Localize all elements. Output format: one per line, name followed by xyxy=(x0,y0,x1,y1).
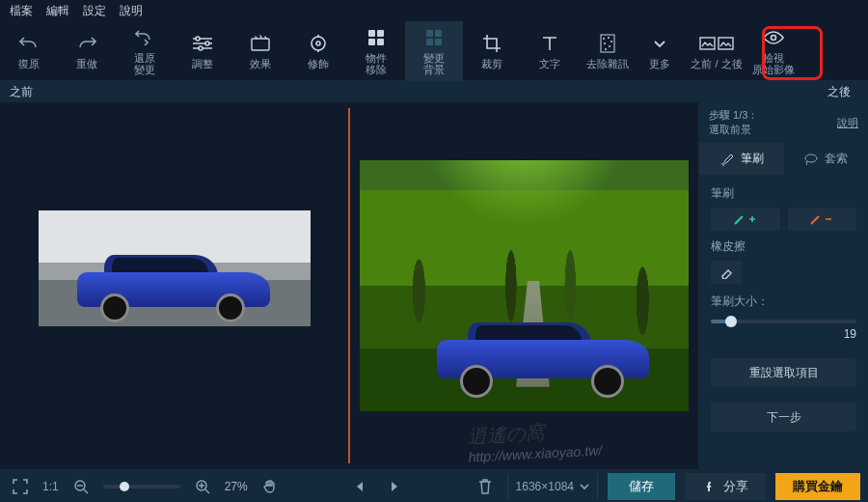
svg-point-23 xyxy=(772,35,776,40)
tab-lasso[interactable]: 套索 xyxy=(784,143,869,175)
lasso-icon xyxy=(803,153,819,166)
adjust-button[interactable]: 調整 xyxy=(174,21,231,81)
redo-icon xyxy=(77,33,96,54)
dimensions: 1636×1084 xyxy=(507,474,598,499)
buy-button[interactable]: 購買金鑰 xyxy=(775,473,860,500)
text-button[interactable]: 文字 xyxy=(521,21,579,81)
zoom-out-button[interactable] xyxy=(68,474,94,499)
hand-icon xyxy=(262,479,278,494)
delete-button[interactable] xyxy=(473,474,498,499)
next-icon xyxy=(390,481,399,492)
brush-section: 筆刷 橡皮擦 筆刷大小： 19 xyxy=(699,176,868,350)
undo-button[interactable]: 復原 xyxy=(0,21,58,81)
menu-help[interactable]: 說明 xyxy=(120,3,143,19)
help-link[interactable]: 說明 xyxy=(837,116,858,130)
effects-button[interactable]: 效果 xyxy=(231,21,289,81)
toolbar: 復原 重做 還原 變更 調整 效果 修飾 物件 移除 變更 背景 裁剪 文字 去… xyxy=(0,21,868,81)
chevron-down-icon xyxy=(580,483,589,490)
brush-add-button[interactable] xyxy=(711,208,780,231)
svg-point-19 xyxy=(609,45,610,46)
eraser-icon xyxy=(719,265,733,279)
fullscreen-button[interactable] xyxy=(8,474,33,499)
next-button-nav[interactable] xyxy=(382,474,407,499)
revert-button[interactable]: 還原 變更 xyxy=(116,21,174,81)
car-after xyxy=(437,322,649,394)
statusbar: 1:1 27% 1636×1084 儲存 分享 購買金鑰 xyxy=(0,469,868,502)
svg-rect-11 xyxy=(435,30,442,37)
trash-icon xyxy=(478,479,492,494)
svg-rect-13 xyxy=(435,39,442,45)
svg-point-0 xyxy=(196,37,200,41)
main-row: 逍遙の窩 http://www.xiaoyao.tw/ 步驟 1/3：選取前景 … xyxy=(0,102,868,469)
zoom-in-button[interactable] xyxy=(190,474,215,499)
chevron-down-icon xyxy=(653,33,666,54)
zoom-value: 27% xyxy=(225,480,248,493)
menu-edit[interactable]: 編輯 xyxy=(46,3,69,19)
share-button[interactable]: 分享 xyxy=(685,473,766,500)
before-after-labels: 之前 之後 xyxy=(0,81,868,102)
tab-brush[interactable]: 筆刷 xyxy=(699,143,784,175)
object-remove-icon xyxy=(367,27,385,48)
brush-size-slider[interactable] xyxy=(711,320,856,323)
reset-selection-button[interactable]: 重設選取項目 xyxy=(711,358,856,387)
brush-add-icon xyxy=(733,212,758,226)
brush-remove-button[interactable] xyxy=(788,208,857,231)
panel-tabs: 筆刷 套索 xyxy=(699,143,868,176)
before-after-button[interactable]: 之前 / 之後 xyxy=(683,21,750,81)
svg-point-15 xyxy=(603,38,604,39)
crop-button[interactable]: 裁剪 xyxy=(463,21,521,81)
svg-point-5 xyxy=(316,42,320,45)
svg-point-16 xyxy=(608,37,609,38)
svg-rect-7 xyxy=(377,30,384,37)
after-label: 之後 xyxy=(511,81,868,101)
menu-file[interactable]: 檔案 xyxy=(10,3,33,19)
denoise-icon xyxy=(600,33,615,54)
svg-rect-10 xyxy=(426,30,433,37)
svg-point-2 xyxy=(199,46,203,50)
retouch-button[interactable]: 修飾 xyxy=(289,21,347,81)
after-panel xyxy=(350,102,698,469)
zoom-in-icon xyxy=(195,479,210,494)
change-background-icon xyxy=(425,27,443,48)
brush-icon xyxy=(719,153,735,166)
before-after-icon xyxy=(699,33,734,54)
next-button[interactable]: 下一步 xyxy=(711,403,856,432)
car-before xyxy=(77,255,270,319)
revert-icon xyxy=(135,27,154,48)
prev-button[interactable] xyxy=(347,474,372,499)
before-label: 之前 xyxy=(0,81,511,101)
svg-point-17 xyxy=(610,41,611,42)
after-image[interactable] xyxy=(360,160,689,411)
save-button[interactable]: 儲存 xyxy=(608,473,675,500)
prev-icon xyxy=(355,481,365,492)
undo-icon xyxy=(19,33,39,54)
zoom-out-icon xyxy=(73,479,89,494)
eraser-button[interactable] xyxy=(711,261,742,284)
text-icon xyxy=(541,33,558,54)
more-button[interactable]: 更多 xyxy=(637,21,683,81)
before-panel xyxy=(0,102,348,469)
object-remove-button[interactable]: 物件 移除 xyxy=(347,21,405,81)
redo-button[interactable]: 重做 xyxy=(58,21,116,81)
view-original-button[interactable]: 檢視 原始影像 xyxy=(750,21,797,81)
ratio-button[interactable]: 1:1 xyxy=(42,474,59,499)
svg-rect-8 xyxy=(368,39,375,45)
change-background-button[interactable]: 變更 背景 xyxy=(405,21,463,81)
svg-point-20 xyxy=(605,48,606,49)
watermark: 逍遙の窩 http://www.xiaoyao.tw/ xyxy=(467,416,603,464)
brush-label: 筆刷 xyxy=(711,185,856,202)
svg-point-18 xyxy=(604,42,605,43)
denoise-button[interactable]: 去除雜訊 xyxy=(579,21,637,81)
canvas-area: 逍遙の窩 http://www.xiaoyao.tw/ xyxy=(0,102,698,469)
menu-settings[interactable]: 設定 xyxy=(83,3,106,19)
crop-icon xyxy=(482,33,502,54)
eraser-label: 橡皮擦 xyxy=(711,238,856,255)
fullscreen-icon xyxy=(13,479,28,494)
panel-header: 步驟 1/3：選取前景 說明 xyxy=(699,102,868,143)
svg-point-4 xyxy=(312,37,325,50)
pan-button[interactable] xyxy=(258,474,283,499)
svg-rect-3 xyxy=(252,39,269,50)
before-image[interactable] xyxy=(39,210,311,326)
zoom-slider[interactable] xyxy=(103,485,180,488)
brush-size-value: 19 xyxy=(711,327,856,341)
